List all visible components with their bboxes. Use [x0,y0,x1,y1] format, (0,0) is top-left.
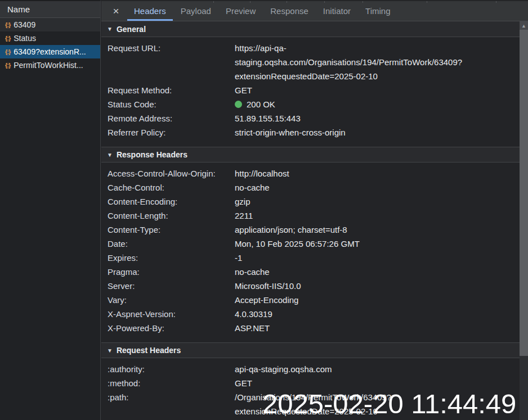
header-value: gzip [235,195,511,209]
header-row: Date: Mon, 10 Feb 2025 06:57:26 GMT [101,237,520,251]
request-list-item-63409extensionr[interactable]: {:} 63409?extensionR... [0,45,100,58]
name-column-header[interactable]: Name [0,1,100,18]
request-list-item-63409[interactable]: {:} 63409 [0,18,100,31]
header-key: Date: [101,237,235,251]
json-braces-icon: {:} [5,31,10,45]
section-header[interactable]: ▼ General [101,21,520,37]
header-value-text: GET [235,85,252,95]
header-value-text: 51.89.155.15:443 [235,114,301,123]
disclosure-triangle-icon: ▼ [107,26,113,32]
scrollbar-up-arrow-icon[interactable]: ▲ [520,21,528,30]
section-rows: :authority: api-qa-staging.oqsha.com :me… [101,358,520,420]
header-key: :path: [101,390,235,418]
tab-response[interactable]: Response [263,1,315,21]
header-key: Content-Type: [101,223,235,237]
section-title: General [117,25,146,34]
header-value: 4.0.30319 [235,307,511,321]
header-row: Content-Type: application/json; charset=… [101,223,520,237]
request-list-sidebar: Name {:} 63409 {:} Status {:} 63409?exte… [0,0,101,420]
request-list-item-status[interactable]: {:} Status [0,31,100,45]
header-key: Request Method: [101,83,235,97]
header-value-text: Microsoft-IIS/10.0 [235,281,301,291]
section-rows: Access-Control-Allow-Origin: http://loca… [101,162,520,342]
header-row: Content-Encoding: gzip [101,195,520,209]
headers-content: ▼ General Request URL: https://api-qa-st… [101,21,520,420]
header-key: Pragma: [101,265,235,279]
section-header[interactable]: ▼ Request Headers [101,342,520,358]
header-key: :method: [101,376,235,390]
section-request-headers: ▼ Request Headers :authority: api-qa-sta… [101,342,520,420]
header-key: Referrer Policy: [101,125,235,139]
request-name-label: 63409 [14,18,35,31]
tab-headers[interactable]: Headers [127,1,173,21]
tab-preview[interactable]: Preview [219,1,262,21]
header-value: 200 OK [235,97,511,111]
request-list-item-permittoworkhist[interactable]: {:} PermitToWorkHist... [0,58,100,72]
details-tabbar: × HeadersPayloadPreviewResponseInitiator… [101,0,528,21]
json-braces-icon: {:} [5,45,10,58]
header-value-text: gzip [235,197,250,206]
header-value-text: -1 [235,253,242,263]
header-value-text: http://localhost [235,169,289,178]
section-header[interactable]: ▼ Response Headers [101,147,520,162]
column-divider-tick [213,1,214,3]
request-details-panel: × HeadersPayloadPreviewResponseInitiator… [101,0,528,420]
header-value-text: GET [235,378,252,388]
header-row: X-Powered-By: ASP.NET [101,321,520,335]
header-value: Mon, 10 Feb 2025 06:57:26 GMT [235,237,511,251]
header-value: 51.89.155.15:443 [235,111,511,125]
header-key: Content-Encoding: [101,195,235,209]
header-value: https://api-qa-staging.oqsha.com/Organis… [235,41,511,83]
header-key: Access-Control-Allow-Origin: [101,166,235,180]
header-row: :path: /Organisations/194/PermitToWork/6… [101,390,520,418]
header-value-text: /Organisations/194/PermitToWork/63409?​e… [235,392,391,416]
column-divider-tick [287,1,287,3]
header-value: Microsoft-IIS/10.0 [235,279,511,293]
scrollbar-thumb[interactable] [520,30,528,356]
column-divider-tick [250,1,250,3]
header-value: application/json; charset=utf-8 [235,223,511,237]
header-row: Access-Control-Allow-Origin: http://loca… [101,166,520,180]
json-braces-icon: {:} [5,58,10,72]
header-row: Server: Microsoft-IIS/10.0 [101,279,520,293]
header-key: Request URL: [101,41,235,83]
tab-payload[interactable]: Payload [174,1,218,21]
header-row: Request Method: GET [101,83,520,97]
devtools-network-panel: Name {:} 63409 {:} Status {:} 63409?exte… [0,0,528,420]
header-value-text: application/json; charset=utf-8 [235,225,347,234]
section-title: Request Headers [117,346,181,355]
header-value: -1 [235,251,511,265]
header-key: X-Aspnet-Version: [101,307,235,321]
section-title: Response Headers [117,150,187,159]
header-value-text: no-cache [235,183,270,192]
header-key: Status Code: [101,97,235,111]
close-icon[interactable]: × [111,7,120,16]
json-braces-icon: {:} [5,18,10,31]
header-row: Remote Address: 51.89.155.15:443 [101,111,520,125]
vertical-scrollbar[interactable]: ▲ [520,21,528,420]
header-key: Expires: [101,251,235,265]
header-value: ASP.NET [235,321,511,335]
header-key: :authority: [101,362,235,376]
section-response-headers: ▼ Response Headers Access-Control-Allow-… [101,147,520,342]
header-key: Cache-Control: [101,180,235,195]
section-rows: Request URL: https://api-qa-staging.oqsh… [101,37,520,147]
header-row: Cache-Control: no-cache [101,180,520,195]
section-general: ▼ General Request URL: https://api-qa-st… [101,21,520,147]
header-value-text: https://api-qa-staging.oqsha.com/Organis… [235,43,462,81]
request-name-label: Status [14,31,36,45]
header-key: Server: [101,279,235,293]
disclosure-triangle-icon: ▼ [107,152,113,158]
disclosure-triangle-icon: ▼ [107,347,113,354]
header-row: Content-Length: 2211 [101,209,520,223]
tab-timing[interactable]: Timing [359,1,397,21]
header-value: strict-origin-when-cross-origin [235,125,511,139]
status-ok-dot [235,101,242,108]
tab-initiator[interactable]: Initiator [316,1,357,21]
header-row: Request URL: https://api-qa-staging.oqsh… [101,41,520,83]
header-value: GET [235,83,511,97]
header-row: Pragma: no-cache [101,265,520,279]
header-key: Remote Address: [101,111,235,125]
header-value: no-cache [235,180,511,195]
header-row: :method: GET [101,376,520,390]
